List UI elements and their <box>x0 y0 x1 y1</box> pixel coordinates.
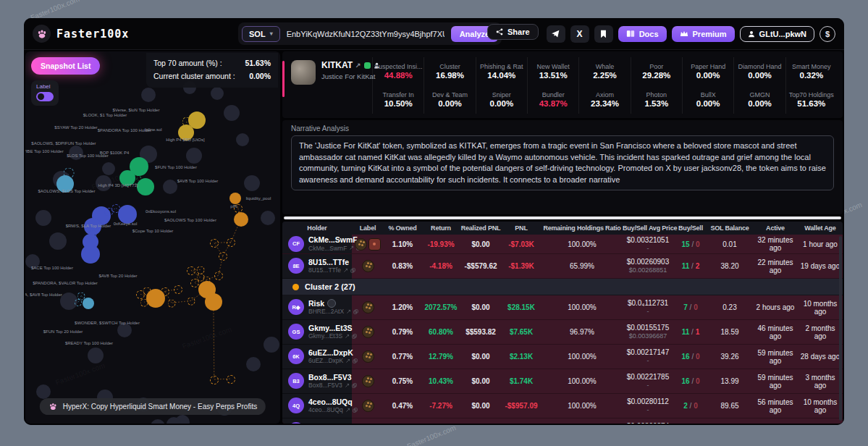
wallet-bubble-bg[interactable] <box>163 180 177 194</box>
wallet-bubble-orange[interactable] <box>190 279 199 287</box>
holder-labels <box>352 345 384 369</box>
wallet-bubble-orange[interactable] <box>234 212 248 227</box>
holder-row[interactable]: R◆ Risk BHRE...2AtX 1.20% 2072.57% $0.00… <box>282 295 843 320</box>
wallet-bubble-orange[interactable] <box>205 293 222 311</box>
wallet-bubble-bg[interactable] <box>244 175 260 191</box>
token-stat: Suspected Insi... 44.88% <box>372 57 424 85</box>
vertical-scrollbar[interactable] <box>839 236 842 421</box>
external-link-icon[interactable]: ↗ <box>355 62 361 69</box>
holder-address[interactable]: Gkmy...Et3S <box>308 332 357 340</box>
wallet-bubble-bg[interactable] <box>246 357 261 371</box>
wallet-bubble-bg[interactable] <box>224 105 240 121</box>
share-icon <box>496 28 503 35</box>
holder-row[interactable]: 8E 8U15...TTfe 8U15...TTfe 0.83% -4.18% … <box>282 254 843 279</box>
wallet-bubble-orange[interactable] <box>143 287 151 295</box>
holder-row[interactable]: 4Q 4ceo...8UQq 4ceo...8UQq 0.47% -7.27% … <box>282 394 843 418</box>
wallet-bubble-bg[interactable] <box>102 162 115 175</box>
wallet-bubble-orange[interactable] <box>203 277 211 285</box>
wallet-bubble-orange[interactable] <box>187 298 195 306</box>
stat-value: 0.00% <box>438 99 462 108</box>
pnl-value: $7.65K <box>501 320 542 344</box>
avatar: B3 <box>288 373 304 389</box>
last-active: 59 minutes ago <box>751 345 799 369</box>
label-toggle-caption: Label <box>36 83 54 90</box>
bubble-label: $AV8 Top 100 Holder <box>177 179 218 183</box>
brand[interactable]: Faster100x <box>33 25 129 43</box>
return-value: -18.60% <box>421 418 460 424</box>
wallet-bubble-bg[interactable] <box>264 337 279 353</box>
wallet-bubble-bg[interactable] <box>261 211 275 225</box>
promo-banner[interactable]: HyperX: Copy Hyperliquid Smart Money - E… <box>40 398 266 415</box>
avatar: 8E <box>288 258 304 274</box>
holder-row[interactable]: CF CkMe...SwmF CkMe...SwmF 1.10% -19.93%… <box>282 235 843 254</box>
header-actions: X Docs Premium GLtU...pkwN $ <box>547 25 835 43</box>
label-toggle[interactable] <box>36 92 54 101</box>
wallet-bubble-blue[interactable] <box>89 230 97 238</box>
wallet-bubble-orange[interactable] <box>187 266 195 275</box>
holder-address[interactable]: 8U15...TTfe <box>308 266 355 274</box>
wallet-bubble-orange[interactable] <box>168 300 176 308</box>
wallet-bubble-bg[interactable] <box>186 148 202 164</box>
wallet-bubble-orange[interactable] <box>227 238 235 247</box>
snapshot-list-button[interactable]: Snapshot List <box>31 57 100 75</box>
analysis-panel: KITKAT ↗ Justice For KitKat Suspected In… <box>282 51 843 424</box>
holder-address[interactable]: BHRE...2AtX <box>308 308 358 315</box>
label-badge-paw <box>362 350 374 363</box>
return-value: 12.79% <box>421 345 460 369</box>
pump-icon[interactable] <box>364 62 371 69</box>
wallet-bubble-bg[interactable] <box>141 88 156 102</box>
wallet-bubble-orange[interactable] <box>227 375 235 384</box>
wallet-bubble-orange[interactable] <box>229 193 241 204</box>
wallet-bubble-orange[interactable] <box>140 299 148 307</box>
holder-row[interactable]: AV AAXy...gvXY AAXy...gvXY 0.32% -18.60%… <box>282 418 843 424</box>
bubble-map[interactable]: Faster100x.com Faster100x.com Faster100x… <box>25 51 280 424</box>
bubble-label: $AOLOWS, $DPIFUN Top Holder <box>31 141 96 146</box>
buy-sell-avg-price: $0.00321051- <box>623 235 673 253</box>
wallet-bubble-orange[interactable] <box>214 272 223 280</box>
cluster-header-row[interactable]: Cluster 2 (27) <box>282 279 843 295</box>
wallet-bubble-bg[interactable] <box>211 87 224 100</box>
holder-row[interactable]: 6K 6uEZ...DxpK 6uEZ...DxpK 0.77% 12.79% … <box>282 345 843 369</box>
buy-sell-avg-price: $0.00260903$0.00268851 <box>623 254 673 278</box>
telegram-button[interactable] <box>547 25 565 43</box>
wallet-bubble-orange[interactable] <box>161 287 169 296</box>
wallet-bubble-bg[interactable] <box>49 232 67 250</box>
bubble-label: loline.sol <box>145 127 161 132</box>
column-header: Label <box>352 224 384 232</box>
wallet-bubble-orange[interactable] <box>174 285 182 294</box>
holder-address[interactable]: Box8...F5V3 <box>308 382 357 389</box>
wallet-bubble-bg[interactable] <box>88 348 104 363</box>
wallet-bubble-orange[interactable] <box>210 239 219 248</box>
network-select[interactable]: SOL ▾ <box>242 26 280 42</box>
wallet-bubble-orange[interactable] <box>210 376 219 384</box>
horizontal-scrollbar[interactable] <box>284 216 841 219</box>
buy-sell-count: 16 / 0 <box>673 369 708 393</box>
bookmark-button[interactable] <box>594 25 613 43</box>
address-input[interactable]: EnbYiKqWdzKfuN12QZ33tYm9ysy4Bjhpf7XU2RY3… <box>287 30 444 38</box>
share-button[interactable]: Share <box>487 24 539 40</box>
chevron-down-icon: ▾ <box>270 30 273 37</box>
wallet-bubble-bg[interactable] <box>69 146 83 160</box>
wallet-bubble-teal[interactable] <box>64 168 75 179</box>
promo-banner-text: HyperX: Copy Hyperliquid Smart Money - E… <box>63 403 257 411</box>
docs-button[interactable]: Docs <box>618 26 667 42</box>
premium-button[interactable]: Premium <box>672 26 735 42</box>
wallet-bubble-bg[interactable] <box>35 210 51 226</box>
wallet-bubble-orange[interactable] <box>219 252 227 261</box>
holder-row[interactable]: B3 Box8...F5V3 Box8...F5V3 0.75% 10.43% … <box>282 369 843 394</box>
wallet-user-button[interactable]: GLtU...pkwN <box>740 26 814 42</box>
wallet-bubble-blue[interactable] <box>111 204 120 213</box>
external-link-icon <box>345 408 350 413</box>
wallet-bubble-teal[interactable] <box>75 299 82 306</box>
x-button[interactable]: X <box>570 25 589 43</box>
wallet-bubble-bg[interactable] <box>117 323 132 337</box>
holder-row[interactable]: GS Gkmy...Et3S Gkmy...Et3S 0.79% 60.80% … <box>282 320 843 345</box>
currency-toggle[interactable]: $ <box>819 26 835 42</box>
wallet-bubble-bg[interactable] <box>36 384 51 399</box>
holder-address[interactable]: 4ceo...8UQq <box>308 406 358 413</box>
wallet-bubble-bg[interactable] <box>236 133 249 146</box>
wallet-bubble-blue[interactable] <box>81 245 100 264</box>
wallet-bubble-yellow[interactable] <box>182 117 192 127</box>
wallet-bubble-teal[interactable] <box>83 298 94 309</box>
holder-address[interactable]: 6uEZ...DxpK <box>308 357 358 364</box>
